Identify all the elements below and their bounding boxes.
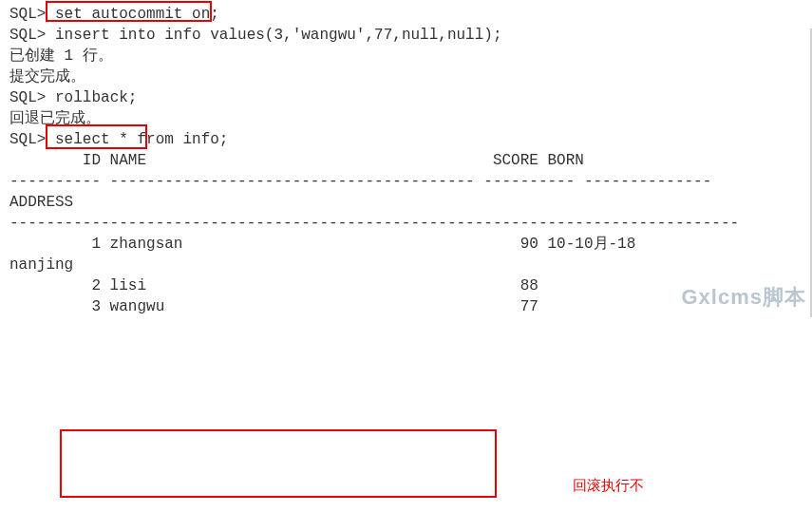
terminal-output: { "lines": { "l1_prompt": "SQL> ", "l1_c…: [0, 0, 812, 317]
table-separator: ----------------------------------------…: [9, 213, 812, 234]
table-header: ID NAME SCORE BORN: [9, 150, 812, 171]
cmd-insert: insert into info values(3,'wangwu',77,nu…: [55, 27, 501, 44]
table-separator: ---------- -----------------------------…: [9, 171, 812, 192]
sql-prompt: SQL>: [9, 27, 55, 44]
highlight-row-wangwu: [60, 429, 497, 498]
highlight-rollback: [46, 124, 147, 149]
table-address-header: ADDRESS: [9, 192, 812, 213]
watermark: Gxlcms脚本: [682, 287, 807, 308]
table-row: nanjing: [9, 255, 812, 275]
line-insert: SQL> insert into info values(3,'wangwu',…: [9, 25, 812, 46]
sql-prompt: SQL>: [9, 89, 55, 106]
highlight-set-autocommit: [46, 1, 212, 22]
line-rollback: SQL> rollback;: [9, 87, 812, 108]
msg-created: 已创建 1 行。: [9, 46, 812, 66]
table-row: 1 zhangsan 90 10-10月-18: [9, 234, 812, 255]
annotation-rollback: 回滚执行不: [573, 475, 644, 496]
msg-commit-done: 提交完成。: [9, 66, 812, 87]
cmd-rollback: rollback;: [55, 89, 137, 106]
